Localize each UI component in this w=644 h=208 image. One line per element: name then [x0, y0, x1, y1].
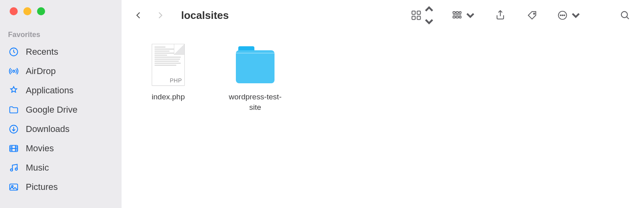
clock-icon — [8, 46, 19, 58]
sidebar-item-label: Recents — [26, 47, 58, 57]
svg-rect-15 — [453, 16, 455, 18]
sidebar-item-airdrop[interactable]: AirDrop — [0, 62, 122, 81]
window-controls — [0, 7, 122, 15]
svg-point-20 — [560, 15, 561, 16]
svg-rect-16 — [456, 16, 458, 18]
svg-point-5 — [15, 168, 17, 170]
music-icon — [8, 162, 19, 173]
minimize-window-button[interactable] — [23, 7, 31, 15]
svg-point-22 — [564, 15, 565, 16]
sidebar-item-recents[interactable]: Recents — [0, 42, 122, 62]
svg-point-1 — [13, 70, 15, 72]
sidebar-item-label: Google Drive — [26, 105, 77, 115]
sidebar-item-movies[interactable]: Movies — [0, 139, 122, 158]
tag-icon — [527, 10, 538, 21]
sidebar-item-google-drive[interactable]: Google Drive — [0, 100, 122, 119]
search-button[interactable] — [617, 8, 633, 23]
sidebar-item-label: AirDrop — [26, 66, 56, 76]
forward-button[interactable] — [153, 8, 167, 23]
sidebar-item-label: Pictures — [26, 182, 58, 192]
folder-icon — [236, 43, 275, 87]
sidebar-item-downloads[interactable]: Downloads — [0, 119, 122, 139]
view-mode-button[interactable] — [411, 8, 435, 23]
svg-rect-9 — [417, 11, 420, 14]
svg-rect-11 — [417, 16, 420, 19]
share-icon — [495, 10, 506, 21]
toolbar: localsites — [122, 0, 644, 31]
sidebar-item-music[interactable]: Music — [0, 158, 122, 177]
sidebar: Favorites Recents AirDrop Applications — [0, 0, 122, 208]
search-icon — [619, 10, 631, 21]
content-area: localsites — [122, 0, 644, 208]
file-type-badge: PHP — [170, 77, 182, 84]
svg-point-18 — [534, 13, 535, 14]
zoom-window-button[interactable] — [37, 7, 45, 15]
svg-rect-14 — [459, 12, 461, 14]
php-file-icon: PHP — [149, 43, 188, 87]
svg-rect-17 — [459, 16, 461, 18]
svg-rect-8 — [412, 11, 415, 14]
sidebar-item-label: Movies — [26, 143, 54, 154]
svg-point-21 — [562, 15, 563, 16]
svg-rect-13 — [456, 12, 458, 14]
group-by-button[interactable] — [452, 8, 476, 23]
folder-title: localsites — [181, 9, 229, 22]
group-icon — [452, 10, 462, 21]
file-label: wordpress-test-site — [223, 92, 287, 112]
finder-window: Favorites Recents AirDrop Applications — [0, 0, 644, 208]
download-icon — [8, 124, 19, 135]
sidebar-item-pictures[interactable]: Pictures — [0, 177, 122, 197]
share-button[interactable] — [493, 8, 508, 23]
applications-icon — [8, 85, 19, 96]
grid-icon — [411, 10, 422, 21]
actions-button[interactable] — [557, 8, 581, 23]
tags-button[interactable] — [525, 8, 540, 23]
movies-icon — [8, 143, 19, 154]
file-label: index.php — [152, 92, 185, 102]
folder-item-wordpress-test-site[interactable]: wordpress-test-site — [223, 43, 287, 112]
folder-icon — [8, 104, 19, 115]
svg-rect-12 — [453, 12, 455, 14]
pictures-icon — [8, 181, 19, 193]
sidebar-item-label: Downloads — [26, 124, 70, 134]
chevron-down-icon — [465, 10, 476, 21]
file-item-index-php[interactable]: PHP index.php — [136, 43, 200, 102]
favorites-list: Recents AirDrop Applications Google Driv… — [0, 42, 122, 197]
updown-icon — [423, 4, 435, 27]
sidebar-item-applications[interactable]: Applications — [0, 81, 122, 100]
sidebar-item-label: Applications — [26, 85, 74, 96]
back-button[interactable] — [131, 8, 146, 23]
svg-rect-10 — [412, 16, 415, 19]
sidebar-item-label: Music — [26, 163, 49, 173]
airdrop-icon — [8, 66, 19, 77]
svg-point-4 — [10, 169, 12, 171]
chevron-down-icon — [570, 10, 581, 21]
ellipsis-circle-icon — [557, 10, 568, 21]
close-window-button[interactable] — [10, 7, 18, 15]
sidebar-section-favorites: Favorites — [0, 31, 122, 39]
file-grid: PHP index.php wordpress-test-site — [122, 31, 644, 124]
